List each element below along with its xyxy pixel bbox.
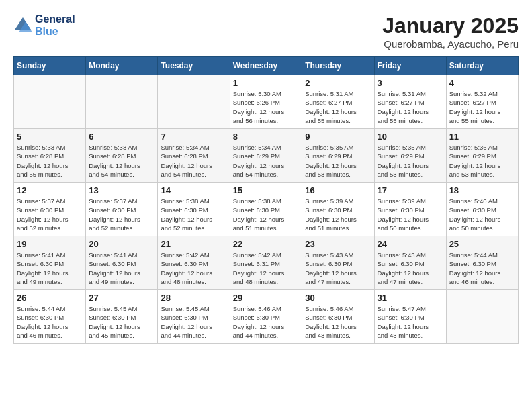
calendar-cell: 30Sunrise: 5:46 AM Sunset: 6:30 PM Dayli… [302,290,374,344]
location-subtitle: Querobamba, Ayacucho, Peru [382,38,519,50]
calendar-week-row: 19Sunrise: 5:41 AM Sunset: 6:30 PM Dayli… [14,236,519,290]
day-number: 5 [17,132,83,142]
calendar-cell: 10Sunrise: 5:35 AM Sunset: 6:29 PM Dayli… [374,129,446,183]
day-number: 3 [378,78,443,88]
day-info: Sunrise: 5:45 AM Sunset: 6:30 PM Dayligh… [89,304,154,340]
day-number: 7 [161,132,226,142]
calendar-cell: 20Sunrise: 5:41 AM Sunset: 6:30 PM Dayli… [86,236,158,290]
calendar-cell: 25Sunrise: 5:44 AM Sunset: 6:30 PM Dayli… [446,236,518,290]
day-info: Sunrise: 5:39 AM Sunset: 6:30 PM Dayligh… [305,197,371,232]
day-info: Sunrise: 5:44 AM Sunset: 6:30 PM Dayligh… [17,304,83,340]
calendar-cell: 7Sunrise: 5:34 AM Sunset: 6:28 PM Daylig… [158,129,230,183]
calendar-cell: 22Sunrise: 5:42 AM Sunset: 6:31 PM Dayli… [230,236,302,290]
header-wednesday: Wednesday [230,57,302,75]
day-number: 1 [233,78,300,88]
calendar-cell: 17Sunrise: 5:39 AM Sunset: 6:30 PM Dayli… [374,183,446,236]
calendar-week-row: 1Sunrise: 5:30 AM Sunset: 6:26 PM Daylig… [14,75,519,129]
day-info: Sunrise: 5:31 AM Sunset: 6:27 PM Dayligh… [305,89,371,125]
title-block: January 2025 Querobamba, Ayacucho, Peru [382,13,519,50]
calendar-cell [14,75,86,129]
day-info: Sunrise: 5:38 AM Sunset: 6:30 PM Dayligh… [161,197,226,232]
calendar-cell: 24Sunrise: 5:43 AM Sunset: 6:30 PM Dayli… [374,236,446,290]
day-number: 8 [233,132,300,142]
calendar-cell: 8Sunrise: 5:34 AM Sunset: 6:29 PM Daylig… [230,129,302,183]
day-number: 19 [17,239,83,249]
calendar-cell [446,290,518,344]
calendar-cell: 5Sunrise: 5:33 AM Sunset: 6:28 PM Daylig… [14,129,86,183]
page-header: General Blue January 2025 Querobamba, Ay… [13,13,519,50]
day-info: Sunrise: 5:40 AM Sunset: 6:30 PM Dayligh… [449,197,515,232]
day-info: Sunrise: 5:46 AM Sunset: 6:30 PM Dayligh… [305,304,371,340]
calendar-cell: 15Sunrise: 5:38 AM Sunset: 6:30 PM Dayli… [230,183,302,236]
calendar-cell: 13Sunrise: 5:37 AM Sunset: 6:30 PM Dayli… [86,183,158,236]
day-info: Sunrise: 5:35 AM Sunset: 6:29 PM Dayligh… [305,143,371,179]
day-info: Sunrise: 5:33 AM Sunset: 6:28 PM Dayligh… [17,143,83,179]
day-info: Sunrise: 5:37 AM Sunset: 6:30 PM Dayligh… [17,197,83,232]
day-number: 29 [233,293,300,303]
day-number: 31 [378,293,443,303]
header-monday: Monday [86,57,158,75]
logo-icon [13,16,32,35]
calendar-table: SundayMondayTuesdayWednesdayThursdayFrid… [13,56,519,344]
day-info: Sunrise: 5:32 AM Sunset: 6:27 PM Dayligh… [449,89,515,125]
calendar-cell [158,75,230,129]
calendar-cell: 18Sunrise: 5:40 AM Sunset: 6:30 PM Dayli… [446,183,518,236]
header-friday: Friday [374,57,446,75]
day-info: Sunrise: 5:33 AM Sunset: 6:28 PM Dayligh… [89,143,154,179]
day-info: Sunrise: 5:41 AM Sunset: 6:30 PM Dayligh… [89,250,154,286]
day-number: 20 [89,239,154,249]
day-info: Sunrise: 5:34 AM Sunset: 6:29 PM Dayligh… [233,143,300,179]
calendar-cell: 1Sunrise: 5:30 AM Sunset: 6:26 PM Daylig… [230,75,302,129]
day-info: Sunrise: 5:42 AM Sunset: 6:30 PM Dayligh… [161,250,226,286]
day-number: 21 [161,239,226,249]
day-number: 27 [89,293,154,303]
day-number: 13 [89,185,154,195]
day-number: 10 [378,132,443,142]
day-info: Sunrise: 5:41 AM Sunset: 6:30 PM Dayligh… [17,250,83,286]
header-sunday: Sunday [14,57,86,75]
day-info: Sunrise: 5:34 AM Sunset: 6:28 PM Dayligh… [161,143,226,179]
calendar-cell: 26Sunrise: 5:44 AM Sunset: 6:30 PM Dayli… [14,290,86,344]
calendar-cell: 19Sunrise: 5:41 AM Sunset: 6:30 PM Dayli… [14,236,86,290]
day-info: Sunrise: 5:36 AM Sunset: 6:29 PM Dayligh… [449,143,515,179]
day-number: 12 [17,185,83,195]
calendar-cell: 29Sunrise: 5:46 AM Sunset: 6:30 PM Dayli… [230,290,302,344]
day-info: Sunrise: 5:46 AM Sunset: 6:30 PM Dayligh… [233,304,300,340]
calendar-cell [86,75,158,129]
day-info: Sunrise: 5:31 AM Sunset: 6:27 PM Dayligh… [378,89,443,125]
day-info: Sunrise: 5:43 AM Sunset: 6:30 PM Dayligh… [378,250,443,286]
day-number: 15 [233,185,300,195]
calendar-cell: 12Sunrise: 5:37 AM Sunset: 6:30 PM Dayli… [14,183,86,236]
header-thursday: Thursday [302,57,374,75]
header-tuesday: Tuesday [158,57,230,75]
calendar-week-row: 5Sunrise: 5:33 AM Sunset: 6:28 PM Daylig… [14,129,519,183]
calendar-cell: 21Sunrise: 5:42 AM Sunset: 6:30 PM Dayli… [158,236,230,290]
calendar-cell: 27Sunrise: 5:45 AM Sunset: 6:30 PM Dayli… [86,290,158,344]
calendar-cell: 11Sunrise: 5:36 AM Sunset: 6:29 PM Dayli… [446,129,518,183]
day-info: Sunrise: 5:43 AM Sunset: 6:30 PM Dayligh… [305,250,371,286]
day-number: 28 [161,293,226,303]
logo-text-line2: Blue [35,26,75,38]
header-saturday: Saturday [446,57,518,75]
calendar-cell: 14Sunrise: 5:38 AM Sunset: 6:30 PM Dayli… [158,183,230,236]
day-number: 6 [89,132,154,142]
day-number: 2 [305,78,371,88]
day-number: 14 [161,185,226,195]
day-number: 25 [449,239,515,249]
calendar-cell: 31Sunrise: 5:47 AM Sunset: 6:30 PM Dayli… [374,290,446,344]
day-info: Sunrise: 5:30 AM Sunset: 6:26 PM Dayligh… [233,89,300,125]
day-number: 17 [378,185,443,195]
day-number: 9 [305,132,371,142]
calendar-cell: 16Sunrise: 5:39 AM Sunset: 6:30 PM Dayli… [302,183,374,236]
day-info: Sunrise: 5:39 AM Sunset: 6:30 PM Dayligh… [378,197,443,232]
day-number: 24 [378,239,443,249]
calendar-cell: 6Sunrise: 5:33 AM Sunset: 6:28 PM Daylig… [86,129,158,183]
day-number: 11 [449,132,515,142]
day-number: 22 [233,239,300,249]
day-number: 23 [305,239,371,249]
month-year-title: January 2025 [382,13,519,38]
calendar-cell: 4Sunrise: 5:32 AM Sunset: 6:27 PM Daylig… [446,75,518,129]
calendar-cell: 3Sunrise: 5:31 AM Sunset: 6:27 PM Daylig… [374,75,446,129]
calendar-cell: 9Sunrise: 5:35 AM Sunset: 6:29 PM Daylig… [302,129,374,183]
day-info: Sunrise: 5:44 AM Sunset: 6:30 PM Dayligh… [449,250,515,286]
